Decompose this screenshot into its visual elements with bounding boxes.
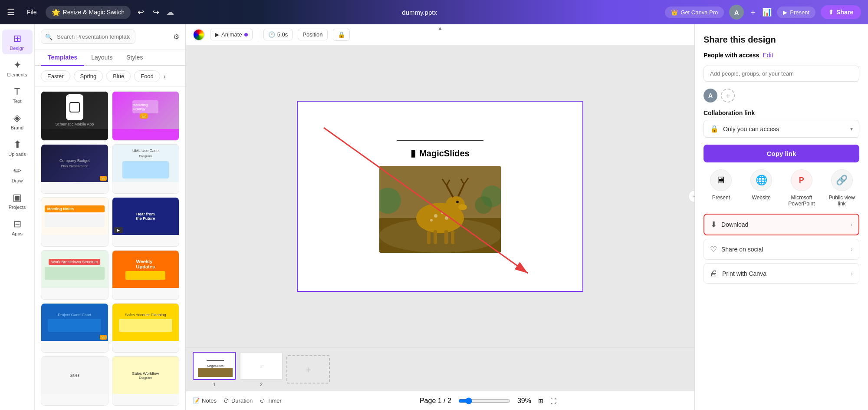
thumbnail-strip: ▲ MagicSlides 1 2 2 ＋ xyxy=(186,347,694,391)
notes-button[interactable]: 📝 Notes xyxy=(193,397,217,404)
present-icon: ▶ xyxy=(783,9,787,16)
canvas-area: ▶ Animate 🕐 5.0s Position 🔒 ▮ MagicSlide… xyxy=(186,24,694,410)
canva-pro-label: Get Canva Pro xyxy=(681,9,718,16)
search-input[interactable] xyxy=(41,30,135,44)
svg-rect-29 xyxy=(198,368,233,377)
print-row[interactable]: 🖨 Print with Canva › xyxy=(704,263,859,284)
share-social-row[interactable]: ♡ Share on social › xyxy=(704,239,859,260)
download-row[interactable]: ⬇ Download › xyxy=(704,214,859,235)
text-label: Text xyxy=(13,99,21,104)
bottom-bar: 📝 Notes ⏱ Duration ⏲ Timer Page 1 / 2 39… xyxy=(186,391,694,410)
thumb-item-1[interactable]: MagicSlides 1 xyxy=(193,352,236,387)
template-card-meeting-notes[interactable]: Meeting Notes xyxy=(41,197,108,247)
svg-text:MagicSlides: MagicSlides xyxy=(207,364,224,368)
redo-button[interactable]: ↪ xyxy=(151,6,161,19)
template-card-weekly-updates[interactable]: WeeklyUpdates xyxy=(112,250,180,300)
filter-icon[interactable]: ⚙ xyxy=(173,33,179,41)
template-card[interactable]: Marketing Strategy 👑 xyxy=(112,91,180,141)
tab-layouts[interactable]: Layouts xyxy=(84,50,119,66)
thumb-item-2[interactable]: 2 2 xyxy=(240,352,283,387)
add-person-button[interactable]: ＋ xyxy=(721,89,735,102)
sidebar-item-uploads[interactable]: ⬆ Uploads xyxy=(2,136,33,160)
website-option-label: Website xyxy=(752,195,771,201)
projects-icon: ▣ xyxy=(13,192,22,203)
slide-divider xyxy=(397,140,483,141)
copy-link-button[interactable]: Copy link xyxy=(704,145,859,162)
timer-button[interactable]: ⏲ Timer xyxy=(260,397,282,404)
color-picker[interactable] xyxy=(193,29,205,41)
template-card[interactable]: UML Use Case Diagram xyxy=(112,144,180,194)
edit-link[interactable]: Edit xyxy=(763,52,773,59)
template-card[interactable]: Sales Workflow Diagram xyxy=(112,356,180,406)
share-option-public-link[interactable]: 🔗 Public view link xyxy=(825,169,859,207)
position-label: Position xyxy=(302,31,322,38)
chip-spring[interactable]: Spring xyxy=(74,70,103,82)
undo-button[interactable]: ↩ xyxy=(136,6,146,19)
template-card[interactable]: Company Budget Plan Presentation 👑 xyxy=(41,144,108,194)
sidebar-item-text[interactable]: T Text xyxy=(2,83,33,107)
template-card[interactable]: Hear fromthe Future ▶ xyxy=(112,197,180,247)
analytics-icon[interactable]: 📊 xyxy=(762,7,772,17)
add-slide-button[interactable]: ＋ xyxy=(286,355,330,384)
menu-icon[interactable]: ☰ xyxy=(7,7,15,17)
timer-label: Timer xyxy=(267,397,282,404)
share-button[interactable]: ⬆ Share xyxy=(821,5,861,19)
deer-svg xyxy=(379,166,501,253)
print-chevron: › xyxy=(851,270,853,277)
slide-canvas[interactable]: ▮ MagicSlides xyxy=(297,101,583,292)
template-card[interactable]: Schematic Mobile App xyxy=(41,91,108,141)
share-option-present[interactable]: 🖥 Present xyxy=(704,169,738,207)
collab-dropdown[interactable]: 🔒 Only you can access ▾ xyxy=(704,120,859,138)
chip-blue[interactable]: Blue xyxy=(106,70,131,82)
share-panel: Share this design People with access Edi… xyxy=(694,24,868,410)
toolbar-separator xyxy=(258,30,258,40)
template-card[interactable]: Work Breakdown Structure xyxy=(41,250,108,300)
present-button[interactable]: ▶ Present xyxy=(777,7,815,18)
sidebar-item-brand[interactable]: ◈ Brand xyxy=(2,109,33,134)
sidebar-item-apps[interactable]: ⊟ Apps xyxy=(2,215,33,240)
thumb-num-2: 2 xyxy=(260,382,263,387)
grid-view-icon[interactable]: ⊞ xyxy=(538,397,543,404)
sidebar-item-projects[interactable]: ▣ Projects xyxy=(2,188,33,213)
magic-switch-button[interactable]: 🌟 Resize & Magic Switch xyxy=(46,6,131,19)
lock-button[interactable]: 🔒 xyxy=(333,29,350,41)
slide-logo: ▮ MagicSlides xyxy=(411,148,470,159)
zoom-level: 39% xyxy=(517,397,531,405)
position-button[interactable]: Position xyxy=(298,29,327,40)
zoom-slider[interactable] xyxy=(458,397,510,404)
svg-point-5 xyxy=(458,204,467,210)
chip-food[interactable]: Food xyxy=(134,70,160,82)
logo-icon: ▮ xyxy=(411,148,416,159)
sidebar-item-design[interactable]: ⊞ Design xyxy=(2,30,33,54)
template-card[interactable]: Project Gantt Chart 👑 xyxy=(41,303,108,353)
sidebar-item-draw[interactable]: ✏ Draw xyxy=(2,162,33,187)
tab-templates[interactable]: Templates xyxy=(41,50,84,66)
people-input[interactable] xyxy=(704,66,859,82)
file-menu[interactable]: File xyxy=(23,7,40,17)
share-icon: ⬆ xyxy=(829,9,834,16)
collapse-panel-button[interactable]: ‹ xyxy=(688,190,694,202)
fullscreen-icon[interactable]: ⛶ xyxy=(550,397,556,404)
template-card[interactable]: Sales xyxy=(41,356,108,406)
duration-button[interactable]: 🕐 5.0s xyxy=(263,29,293,40)
duration-button[interactable]: ⏱ Duration xyxy=(224,397,253,404)
share-option-powerpoint[interactable]: P Microsoft PowerPoint xyxy=(784,169,819,207)
chip-easter[interactable]: Easter xyxy=(41,70,70,82)
people-access-label: People with access xyxy=(704,52,759,59)
template-card[interactable]: Sales Account Planning xyxy=(112,303,180,353)
tab-styles[interactable]: Styles xyxy=(119,50,150,66)
avatar-row: A ＋ xyxy=(704,89,859,102)
share-options-row: 🖥 Present 🌐 Website P Microsoft PowerPoi… xyxy=(704,169,859,207)
add-team-button[interactable]: ＋ xyxy=(749,7,757,17)
sidebar-item-elements[interactable]: ✦ Elements xyxy=(2,56,33,81)
user-avatar[interactable]: A xyxy=(729,5,744,20)
text-icon: T xyxy=(14,86,20,97)
svg-rect-15 xyxy=(444,230,448,244)
animate-button[interactable]: ▶ Animate xyxy=(210,29,253,40)
expand-strip-button[interactable]: ▲ xyxy=(437,25,443,31)
chips-more-arrow[interactable]: › xyxy=(164,73,166,80)
animate-indicator xyxy=(244,33,248,36)
share-option-website[interactable]: 🌐 Website xyxy=(744,169,779,207)
canva-pro-button[interactable]: 👑 Get Canva Pro xyxy=(665,7,724,18)
animate-label: Animate xyxy=(221,31,242,38)
